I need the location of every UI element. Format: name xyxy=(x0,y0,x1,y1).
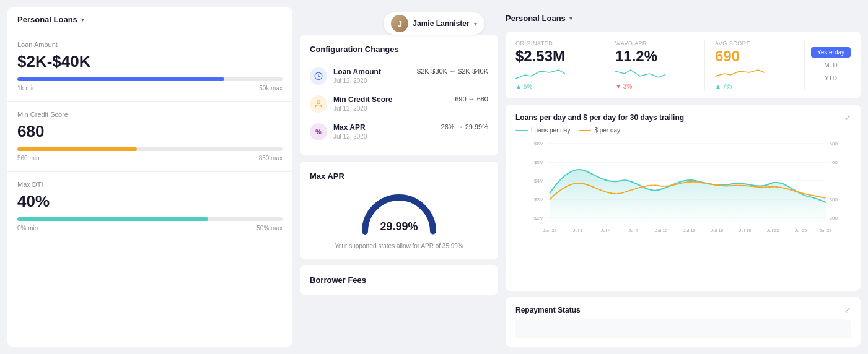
loan-amount-card: Loan Amount $2K-$40K 1k min 50k max xyxy=(7,32,292,102)
svg-text:400: 400 xyxy=(830,160,838,165)
config-apr-change: 26% → 29.99% xyxy=(441,123,488,131)
svg-text:Jul 28: Jul 28 xyxy=(819,228,831,233)
config-item-apr: % Max APR Jul 12, 2020 26% → 29.99% xyxy=(310,118,488,145)
stat-originated-change: ▲ 5% xyxy=(515,83,595,90)
config-icon-credit xyxy=(310,95,327,113)
svg-text:Jul 7: Jul 7 xyxy=(629,228,639,233)
max-apr-card: Max APR 29.99% Your supported states all… xyxy=(300,162,498,259)
credit-score-label: Min Credit Score xyxy=(17,111,283,118)
stat-wavg-apr: WAVG APR 11.2% ▼ 3% xyxy=(605,40,705,90)
score-sparkline xyxy=(715,66,765,81)
svg-text:Jul 22: Jul 22 xyxy=(766,228,779,233)
max-dti-track xyxy=(17,217,283,221)
loan-amount-track xyxy=(17,77,283,81)
center-panel: Configuration Changes Loan Amount Jul 12… xyxy=(300,35,498,347)
right-panel-title: Personal Loans xyxy=(506,14,566,23)
expand-icon[interactable]: ⤢ xyxy=(844,113,851,122)
user-name: Jamie Lannister xyxy=(413,19,469,28)
left-panel: Personal Loans ▾ Loan Amount $2K-$40K 1k… xyxy=(7,7,292,347)
svg-point-1 xyxy=(317,101,320,104)
right-panel: Personal Loans ▾ ORIGINATED $2.53M ▲ 5% … xyxy=(506,7,861,347)
stat-originated: ORIGINATED $2.53M ▲ 5% xyxy=(515,40,605,90)
chart-header: Loans per day and $ per day for 30 days … xyxy=(515,113,851,122)
svg-text:$2M: $2M xyxy=(534,215,544,221)
stat-score-label: AVG SCORE xyxy=(715,40,794,46)
left-panel-header[interactable]: Personal Loans ▾ xyxy=(7,7,292,32)
repayment-header: Repayment Status ⤢ xyxy=(515,306,851,314)
max-apr-title: Max APR xyxy=(310,171,488,181)
credit-score-value: 680 xyxy=(17,122,283,141)
config-loan-name: Loan Amount xyxy=(333,67,411,76)
config-icon-apr: % xyxy=(310,123,327,140)
config-apr-date: Jul 12, 2020 xyxy=(333,133,435,140)
credit-score-labels: 560 min 850 max xyxy=(17,155,283,162)
stat-score-value: 690 xyxy=(715,49,794,64)
apr-note: Your supported states allow for APR of 3… xyxy=(310,243,488,249)
config-credit-date: Jul 12, 2020 xyxy=(333,105,449,112)
config-changes-title: Configuration Changes xyxy=(310,45,488,54)
left-panel-chevron: ▾ xyxy=(81,16,84,23)
max-dti-label: Max DTI xyxy=(17,181,283,188)
legend-dollars: $ per day xyxy=(579,127,620,134)
svg-text:29.99%: 29.99% xyxy=(380,220,418,233)
credit-score-track xyxy=(17,147,283,151)
max-dti-value: 40% xyxy=(17,192,283,211)
config-item-loan: Loan Amount Jul 12, 2020 $2K-$30K → $2K-… xyxy=(310,63,488,90)
svg-text:Jul 1: Jul 1 xyxy=(573,228,583,233)
avatar: J xyxy=(391,15,408,32)
time-btn-mtd[interactable]: MTD xyxy=(811,60,851,71)
config-changes-card: Configuration Changes Loan Amount Jul 12… xyxy=(300,35,498,155)
config-item-apr-content: Max APR Jul 12, 2020 xyxy=(333,123,435,140)
config-loan-date: Jul 12, 2020 xyxy=(333,77,411,84)
config-icon-loan xyxy=(310,67,327,85)
svg-text:$4M: $4M xyxy=(534,178,544,184)
right-panel-header[interactable]: Personal Loans ▾ xyxy=(506,7,861,25)
user-badge[interactable]: J Jamie Lannister ▾ xyxy=(384,12,484,35)
config-item-credit: Min Credit Score Jul 12, 2020 690 → 680 xyxy=(310,90,488,118)
svg-text:Jun 28: Jun 28 xyxy=(543,228,557,233)
gauge-svg: 29.99% xyxy=(356,188,442,238)
gauge-container: 29.99% xyxy=(310,188,488,238)
time-button-group: Yesterday MTD YTD xyxy=(805,47,851,84)
config-item-credit-content: Min Credit Score Jul 12, 2020 xyxy=(333,95,449,112)
svg-text:Jul 10: Jul 10 xyxy=(655,228,667,233)
svg-text:Jul 19: Jul 19 xyxy=(739,228,751,233)
stat-avg-score: AVG SCORE 690 ▲ 7% xyxy=(705,40,805,90)
svg-text:Jul 4: Jul 4 xyxy=(601,228,611,233)
repayment-title: Repayment Status xyxy=(515,306,581,314)
loan-amount-fill xyxy=(17,77,224,81)
svg-text:$3M: $3M xyxy=(534,197,544,202)
svg-text:Jul 13: Jul 13 xyxy=(683,228,695,233)
stat-score-change: ▲ 7% xyxy=(715,83,794,90)
time-btn-yesterday[interactable]: Yesterday xyxy=(811,47,851,58)
stat-originated-value: $2.53M xyxy=(515,49,595,64)
max-dti-fill xyxy=(17,217,208,221)
legend-loans: Loans per day xyxy=(515,127,570,134)
repayment-card: Repayment Status ⤢ xyxy=(506,297,861,347)
stat-apr-change: ▼ 3% xyxy=(615,83,695,90)
stat-originated-label: ORIGINATED xyxy=(515,40,595,46)
stat-apr-value: 11.2% xyxy=(615,49,695,64)
svg-text:200: 200 xyxy=(830,215,838,221)
svg-text:300: 300 xyxy=(830,197,838,202)
svg-text:$5M: $5M xyxy=(534,160,544,165)
stats-card: ORIGINATED $2.53M ▲ 5% WAVG APR 11.2% ▼ … xyxy=(506,32,861,98)
config-item-loan-content: Loan Amount Jul 12, 2020 xyxy=(333,67,411,84)
config-credit-name: Min Credit Score xyxy=(333,95,449,104)
config-apr-name: Max APR xyxy=(333,123,435,132)
repayment-content xyxy=(515,319,851,338)
config-loan-change: $2K-$30K → $2K-$40K xyxy=(417,67,488,75)
loan-amount-labels: 1k min 50k max xyxy=(17,85,283,92)
loan-amount-label: Loan Amount xyxy=(17,41,283,48)
originated-sparkline xyxy=(515,66,565,81)
chart-title: Loans per day and $ per day for 30 days … xyxy=(515,113,684,122)
repayment-expand-icon[interactable]: ⤢ xyxy=(844,306,851,314)
svg-text:600: 600 xyxy=(830,141,838,147)
credit-score-card: Min Credit Score 680 560 min 850 max xyxy=(7,102,292,172)
line-chart-card: Loans per day and $ per day for 30 days … xyxy=(506,105,861,291)
max-dti-card: Max DTI 40% 0% min 50% max xyxy=(7,172,292,241)
borrower-fees-title: Borrower Fees xyxy=(310,275,488,285)
legend-line-dollars xyxy=(579,130,591,131)
time-btn-ytd[interactable]: YTD xyxy=(811,73,851,84)
credit-score-fill xyxy=(17,147,137,151)
